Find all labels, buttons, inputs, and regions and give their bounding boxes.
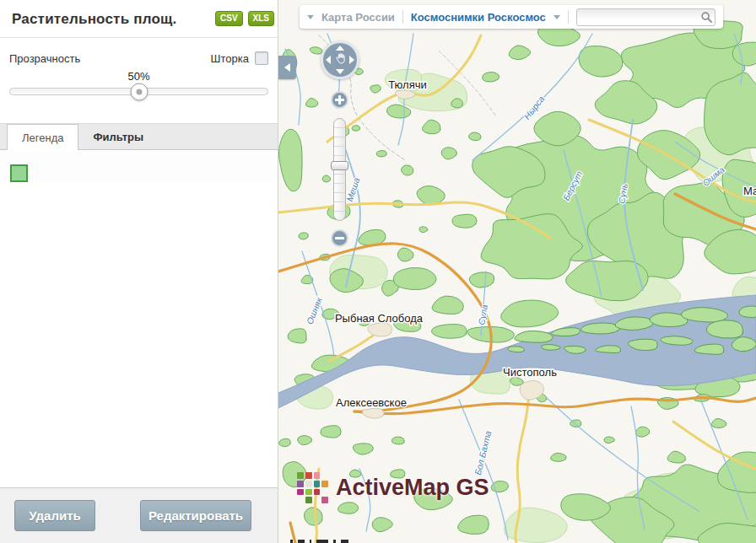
divider bbox=[402, 10, 403, 24]
map-canvas[interactable]: Тюлячи Рыбная Слобода Чистополь Алексеев… bbox=[278, 0, 756, 543]
search-input[interactable] bbox=[576, 8, 716, 26]
arrow-right-icon[interactable] bbox=[349, 56, 354, 64]
collapse-panel-button[interactable] bbox=[278, 56, 296, 79]
tab-filters[interactable]: Фильтры bbox=[78, 124, 158, 149]
zoom-slider-handle[interactable] bbox=[331, 161, 348, 170]
chevron-down-icon[interactable] bbox=[307, 15, 314, 19]
town-label-chistopol: Чистополь bbox=[503, 366, 557, 379]
edit-button[interactable]: Редактировать bbox=[140, 500, 251, 531]
activemap-logo: ActiveMap GS bbox=[297, 472, 489, 503]
arrow-left-icon[interactable] bbox=[326, 56, 331, 64]
pan-control[interactable] bbox=[321, 40, 359, 79]
map-image: Тюлячи Рыбная Слобода Чистополь Алексеев… bbox=[278, 0, 756, 543]
town-label-tyulyachi: Тюлячи bbox=[388, 78, 427, 91]
activemap-logo-text: ActiveMap GS bbox=[336, 475, 489, 501]
attribution-cut-off bbox=[290, 540, 348, 543]
layer-switcher-bar: Карта России Космоснимки Роскосмос bbox=[300, 5, 723, 29]
hand-icon bbox=[332, 51, 348, 69]
opacity-slider-thumb[interactable] bbox=[130, 83, 148, 100]
transparency-label: Прозрачность bbox=[9, 52, 80, 65]
imagery-layer-link[interactable]: Космоснимки Роскосмос bbox=[411, 11, 546, 24]
opacity-slider-block: 50% bbox=[9, 70, 268, 95]
delete-button[interactable]: Удалить bbox=[14, 500, 95, 531]
tab-legend[interactable]: Легенда bbox=[7, 124, 78, 150]
town-label-ma-partial: Ма bbox=[743, 185, 756, 197]
base-layer-link[interactable]: Карта России bbox=[321, 11, 395, 24]
divider bbox=[568, 10, 569, 24]
layer-panel: Растительность площ. CSV XLS Прозрачност… bbox=[0, 0, 278, 543]
activemap-app: Растительность площ. CSV XLS Прозрачност… bbox=[0, 0, 756, 543]
opacity-row: Прозрачность Шторка bbox=[9, 51, 268, 65]
chevron-left-icon bbox=[284, 63, 290, 72]
zoom-slider[interactable] bbox=[333, 118, 346, 221]
panel-footer: Удалить Редактировать bbox=[0, 487, 278, 543]
sidebar-tabbar: Легенда Фильтры bbox=[0, 123, 278, 150]
export-csv-button[interactable]: CSV bbox=[215, 11, 243, 26]
activemap-logo-icon bbox=[297, 472, 328, 503]
search-icon[interactable] bbox=[700, 11, 713, 27]
map-search bbox=[576, 8, 716, 26]
arrow-down-icon[interactable] bbox=[336, 69, 344, 74]
opacity-value: 50% bbox=[9, 70, 268, 83]
curtain-control: Шторка bbox=[211, 51, 268, 65]
curtain-checkbox[interactable] bbox=[255, 51, 268, 65]
town-label-rybnaya-sloboda: Рыбная Слобода bbox=[335, 312, 424, 325]
curtain-label: Шторка bbox=[211, 52, 249, 65]
export-buttons: CSV XLS bbox=[215, 11, 274, 26]
town-label-alekseevskoye: Алексеевское bbox=[336, 396, 407, 409]
legend-swatch bbox=[10, 164, 28, 182]
legend-content bbox=[0, 150, 278, 182]
zoom-out-button[interactable] bbox=[331, 229, 348, 247]
opacity-slider[interactable] bbox=[9, 88, 268, 95]
export-xls-button[interactable]: XLS bbox=[248, 11, 274, 26]
zoom-in-button[interactable] bbox=[331, 91, 348, 109]
panel-header: Растительность площ. CSV XLS bbox=[0, 0, 278, 38]
chevron-down-icon[interactable] bbox=[554, 15, 560, 19]
